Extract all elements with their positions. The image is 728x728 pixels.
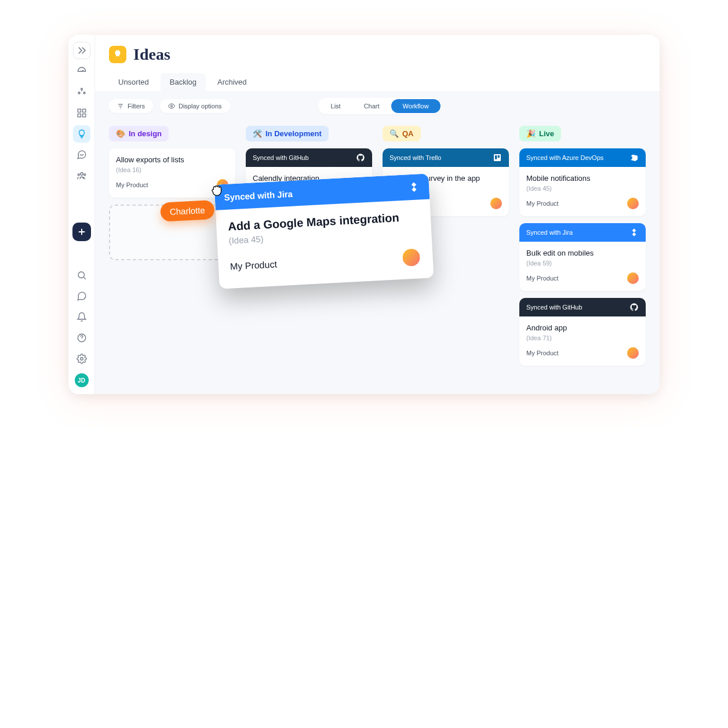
github-icon [356,153,365,162]
grid-icon[interactable] [73,104,90,122]
grab-cursor-icon [209,182,225,200]
sync-badge-github: Synced with GitHub [519,298,646,316]
svg-point-12 [80,358,83,361]
svg-rect-6 [82,114,85,117]
column-label: QA [402,129,414,138]
dragging-card-overlay: Charlotte Synced with Jira Add a Google … [214,173,434,289]
search-icon[interactable] [73,267,90,284]
svg-point-8 [78,174,79,176]
expand-sidebar-button[interactable] [73,42,90,59]
view-chart[interactable]: Chart [352,99,391,113]
sidebar: JD [68,35,95,394]
card-product: My Product [526,200,559,207]
card-product: My Product [116,181,148,188]
sync-badge-trello: Synced with Trello [383,148,509,167]
svg-point-9 [83,174,85,176]
sync-label: Synced with GitHub [253,154,309,161]
idea-card[interactable]: Synced with GitHub Android app (Idea 71)… [519,298,646,366]
jira-icon [629,228,639,237]
svg-rect-4 [82,109,85,112]
assignee-avatar [627,347,639,359]
sync-label: Synced with GitHub [526,304,583,311]
azure-devops-icon [629,153,639,162]
filters-button[interactable]: Filters [109,99,153,113]
card-product: My Product [230,259,278,272]
svg-point-7 [80,173,83,176]
idea-card[interactable]: Synced with Azure DevOps Mobile notifica… [519,148,646,216]
dashboard-icon[interactable] [73,63,90,80]
tab-backlog[interactable]: Backlog [161,73,206,91]
main-content: Ideas Unsorted Backlog Archived Filters … [95,35,660,394]
user-avatar[interactable]: JD [75,373,89,387]
svg-rect-15 [495,155,497,159]
tab-archived[interactable]: Archived [208,73,256,91]
svg-point-10 [78,272,85,278]
jira-icon [408,181,420,193]
sync-label: Synced with Jira [526,229,573,236]
assignee-avatar [490,198,502,209]
svg-rect-14 [494,154,501,161]
card-title: Allow exports of lists [116,155,228,164]
column-header-dev: 🛠️ In Development [246,126,329,141]
sync-badge-github: Synced with GitHub [246,148,372,167]
sync-badge-jira: Synced with Jira [519,223,646,242]
card-id: (Idea 45) [526,185,639,192]
assignee-avatar [627,272,639,284]
svg-point-13 [170,105,172,107]
card-product: My Product [526,275,559,282]
column-label: In design [129,129,162,138]
card-id: (Idea 71) [526,334,639,341]
github-icon [629,303,639,312]
svg-point-0 [81,88,82,90]
column-header-design: 🎨 In design [109,126,169,141]
svg-rect-5 [78,114,81,117]
app-window: JD Ideas Unsorted Backlog Archived Filte… [68,35,660,394]
column-emoji: 🎨 [116,129,125,138]
column-emoji: 🎉 [526,129,536,138]
sync-label: Synced with Trello [390,154,441,161]
modules-icon[interactable] [73,83,90,101]
idea-card[interactable]: Synced with Jira Bulk edit on mobiles (I… [519,223,646,291]
svg-rect-3 [78,109,81,112]
column-emoji: 🛠️ [253,129,262,138]
ideas-page-icon [109,46,126,63]
card-title: Android app [526,323,639,332]
ideas-icon[interactable] [73,125,90,143]
add-button[interactable] [72,223,91,241]
column-label: Live [539,129,554,138]
column-emoji: 🔍 [390,129,399,138]
column-header-live: 🎉 Live [519,126,561,141]
kanban-board: 🎨 In design Allow exports of lists (Idea… [95,121,660,394]
team-icon[interactable] [73,167,90,184]
chat-icon[interactable] [73,287,90,305]
assignee-avatar [627,198,639,209]
card-id: (Idea 16) [116,166,228,173]
sync-label: Synced with Azure DevOps [526,154,603,161]
help-icon[interactable] [73,329,90,347]
view-workflow[interactable]: Workflow [391,99,441,113]
collaborator-tag: Charlotte [160,200,214,222]
column-live: 🎉 Live Synced with Azure DevOps Mobile n… [519,126,646,380]
card-title: Mobile notifications [526,174,639,183]
settings-icon[interactable] [73,350,90,367]
svg-rect-16 [498,155,500,158]
card-product: My Product [526,350,559,356]
column-header-qa: 🔍 QA [383,126,421,141]
header: Ideas Unsorted Backlog Archived [95,35,660,91]
dragged-card[interactable]: Synced with Jira Add a Google Maps integ… [214,173,434,289]
view-list[interactable]: List [319,99,352,113]
card-title: Bulk edit on mobiles [526,249,639,257]
tabs: Unsorted Backlog Archived [109,73,646,91]
toolbar: Filters Display options List Chart Workf… [95,91,660,121]
column-label: In Development [265,129,322,138]
bell-icon[interactable] [73,308,90,326]
page-title: Ideas [133,45,170,64]
feedback-icon[interactable] [73,146,90,163]
display-options-button[interactable]: Display options [160,99,230,113]
display-options-label: Display options [179,103,222,110]
tab-unsorted[interactable]: Unsorted [109,73,158,91]
trello-icon [493,153,502,162]
sync-label: Synced with Jira [224,188,293,202]
filters-label: Filters [128,103,145,110]
view-switcher: List Chart Workflow [318,98,442,114]
